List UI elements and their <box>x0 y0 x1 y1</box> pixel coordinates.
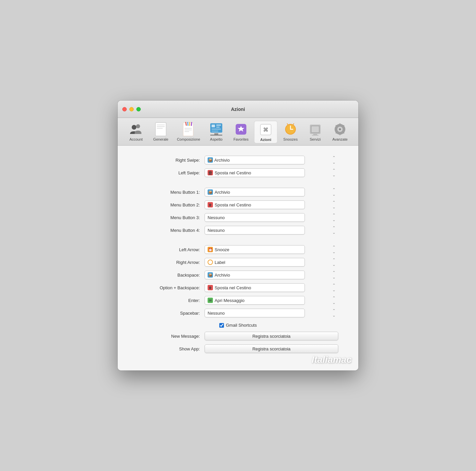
tab-avanzate-label: Avanzate <box>332 137 348 141</box>
menu-button-4-label: Menu Button 4: <box>138 228 205 233</box>
menu-button-2-value: Sposta nel Cestino <box>215 202 251 207</box>
tab-servizi[interactable]: Servizi <box>304 121 327 143</box>
menu-button-3-chevron: ⌃⌄ <box>332 213 336 222</box>
svg-text:⌘: ⌘ <box>263 127 268 133</box>
svg-point-39 <box>339 128 341 130</box>
minimize-button[interactable] <box>129 107 134 111</box>
left-arrow-select-wrapper: ⏰ Snooze ⌃⌄ <box>205 245 338 254</box>
app-window: Azioni Account <box>118 101 358 370</box>
svg-rect-21 <box>210 135 222 136</box>
title-bar: Azioni <box>118 101 358 118</box>
enter-label: Enter: <box>138 298 205 303</box>
right-arrow-row: Right Arrow: Label ⌃⌄ <box>138 258 338 267</box>
backspace-select-wrapper: 📦 Archivio ⌃⌄ <box>205 271 338 279</box>
left-arrow-label: Left Arrow: <box>138 247 205 252</box>
menu-button-2-icon: 🗑 <box>208 202 213 207</box>
right-swipe-icon: 📦 <box>208 157 213 163</box>
left-swipe-label: Left Swipe: <box>138 170 205 175</box>
tab-avanzate[interactable]: Avanzate <box>328 121 352 143</box>
left-arrow-chevron: ⌃⌄ <box>332 245 336 254</box>
menu-button-4-value: Nessuno <box>208 228 225 233</box>
show-app-button[interactable]: Registra scorciatoia <box>205 344 338 353</box>
menu-button-2-select-wrapper: 🗑 Sposta nel Cestino ⌃⌄ <box>205 200 338 209</box>
favorites-icon <box>234 122 248 137</box>
spacebar-row: Spacebar: Nessuno ⌃⌄ <box>138 309 338 317</box>
watermark: Italiamac <box>312 354 352 365</box>
tab-azioni[interactable]: ⌘ Azioni <box>254 121 277 143</box>
right-arrow-select-wrapper: Label ⌃⌄ <box>205 258 338 267</box>
svg-rect-13 <box>185 131 189 132</box>
svg-rect-12 <box>185 130 192 130</box>
spacebar-select[interactable]: Nessuno <box>205 309 305 317</box>
tab-servizi-label: Servizi <box>310 137 321 141</box>
right-arrow-chevron: ⌃⌄ <box>332 258 336 267</box>
azioni-icon: ⌘ <box>258 122 273 137</box>
svg-point-0 <box>132 125 136 130</box>
tab-composizione-label: Composizione <box>177 137 200 141</box>
enter-value: Apri Messaggio <box>215 298 245 303</box>
spacebar-select-wrapper: Nessuno ⌃⌄ <box>205 309 338 317</box>
enter-select[interactable]: ✉ Apri Messaggio <box>205 296 305 305</box>
enter-chevron: ⌃⌄ <box>332 296 336 305</box>
backspace-row: Backspace: 📦 Archivio ⌃⌄ <box>138 271 338 279</box>
close-button[interactable] <box>122 107 127 111</box>
backspace-value: Archivio <box>215 273 230 278</box>
svg-rect-11 <box>185 128 192 129</box>
show-app-label: Show App: <box>138 346 205 351</box>
tab-composizione[interactable]: Composizione <box>174 121 203 143</box>
tab-azioni-label: Azioni <box>260 138 271 142</box>
maximize-button[interactable] <box>136 107 141 111</box>
svg-rect-18 <box>212 129 221 130</box>
tab-account[interactable]: Account <box>124 121 148 143</box>
left-swipe-select[interactable]: 🗑 Sposta nel Cestino <box>205 168 305 177</box>
menu-button-4-select[interactable]: Nessuno <box>205 226 305 234</box>
option-backspace-select-wrapper: 🗑 Sposta nel Cestino ⌃⌄ <box>205 283 338 292</box>
main-content: Right Swipe: 📦 Archivio ⌃⌄ Left Swipe: 🗑… <box>118 146 358 370</box>
svg-line-31 <box>293 124 294 125</box>
menu-button-1-value: Archivio <box>215 190 230 195</box>
menu-button-3-select[interactable]: Nessuno <box>205 213 305 222</box>
left-swipe-value: Sposta nel Cestino <box>215 170 251 175</box>
right-swipe-value: Archivio <box>214 158 230 163</box>
option-backspace-label: Option + Backspace: <box>138 285 205 290</box>
backspace-select[interactable]: 📦 Archivio <box>205 271 305 279</box>
svg-line-30 <box>287 124 288 125</box>
backspace-icon: 📦 <box>208 272 213 278</box>
svg-rect-15 <box>212 125 215 127</box>
right-swipe-row: Right Swipe: 📦 Archivio ⌃⌄ <box>138 156 338 164</box>
gmail-shortcuts-label: Gmail Shortcuts <box>226 323 257 328</box>
tab-generale[interactable]: Generale <box>149 121 172 143</box>
svg-rect-16 <box>216 125 221 126</box>
gmail-shortcuts-checkbox[interactable] <box>219 323 224 328</box>
svg-rect-36 <box>312 135 319 136</box>
right-swipe-select[interactable]: 📦 Archivio <box>205 156 305 164</box>
svg-rect-20 <box>214 133 218 135</box>
right-arrow-label: Right Arrow: <box>138 260 205 265</box>
tab-favorites[interactable]: Favorites <box>229 121 253 143</box>
svg-rect-41 <box>340 134 341 135</box>
menu-button-3-row: Menu Button 3: Nessuno ⌃⌄ <box>138 213 338 222</box>
enter-row: Enter: ✉ Apri Messaggio ⌃⌄ <box>138 296 338 305</box>
new-message-button[interactable]: Registra scorciatoia <box>205 332 338 340</box>
right-arrow-icon <box>208 260 213 265</box>
spacebar-chevron: ⌃⌄ <box>332 308 336 318</box>
tab-snoozes[interactable]: Snoozes <box>279 121 302 143</box>
menu-button-4-row: Menu Button 4: Nessuno ⌃⌄ <box>138 226 338 234</box>
svg-rect-4 <box>157 126 165 127</box>
menu-button-3-value: Nessuno <box>208 215 225 220</box>
left-arrow-select[interactable]: ⏰ Snooze <box>205 245 305 254</box>
left-swipe-row: Left Swipe: 🗑 Sposta nel Cestino ⌃⌄ <box>138 168 338 177</box>
menu-button-1-select[interactable]: 📦 Archivio <box>205 188 305 196</box>
svg-rect-17 <box>216 127 220 128</box>
tab-aspetto[interactable]: Aspetto <box>205 121 228 143</box>
option-backspace-select[interactable]: 🗑 Sposta nel Cestino <box>205 283 305 292</box>
menu-button-4-select-wrapper: Nessuno ⌃⌄ <box>205 226 338 234</box>
enter-select-wrapper: ✉ Apri Messaggio ⌃⌄ <box>205 296 338 305</box>
menu-button-1-icon: 📦 <box>208 189 213 195</box>
spacebar-value: Nessuno <box>208 311 225 316</box>
menu-button-2-select[interactable]: 🗑 Sposta nel Cestino <box>205 200 305 209</box>
menu-button-3-label: Menu Button 3: <box>138 215 205 220</box>
composizione-icon <box>181 122 196 137</box>
menu-button-1-chevron: ⌃⌄ <box>332 187 336 197</box>
right-arrow-select[interactable]: Label <box>205 258 305 267</box>
